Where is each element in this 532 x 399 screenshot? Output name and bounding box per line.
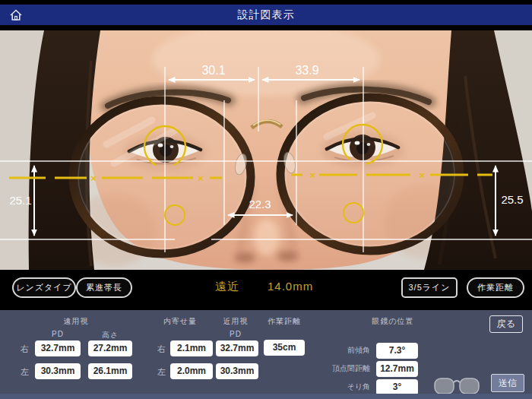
fitting-photo: 30.1 33.9 22.3 25.1 25.5 × × × × — [0, 30, 532, 270]
pd-header: PD — [35, 330, 81, 338]
corridor-length-value: 14.0mm — [268, 280, 313, 293]
bottom-strip — [0, 394, 532, 399]
lens-type-button[interactable]: レンズタイプ — [12, 277, 76, 298]
far-pd-right-value[interactable]: 32.7mm — [35, 340, 81, 356]
glasses-position-header: 眼鏡の位置 — [366, 316, 420, 327]
nose-shadow — [234, 252, 255, 263]
cross-mark: × — [309, 169, 315, 181]
measure-side-right: 25.5 — [501, 193, 523, 206]
work-distance-value[interactable]: 35cm — [264, 340, 305, 356]
measure-bridge: 22.3 — [249, 198, 271, 211]
cross-mark: × — [419, 169, 425, 181]
wrap-angle-value[interactable]: 3° — [376, 379, 418, 395]
work-distance-button[interactable]: 作業距離 — [467, 277, 524, 298]
vertex-distance-label: 頂点間距離 — [315, 363, 370, 374]
controls-row: レンズタイプ 累進帯長 遠近 14.0mm 3/5ライン 作業距離 — [0, 270, 532, 310]
near-vision-header: 近用視 — [214, 316, 257, 327]
send-button[interactable]: 送信 — [491, 374, 524, 392]
work-distance-header: 作業距離 — [261, 316, 307, 327]
left-row-label: 左 — [21, 366, 29, 378]
near-pd-header: PD — [214, 330, 257, 338]
wrap-angle-label: そり角 — [323, 382, 370, 392]
far-height-right-value[interactable]: 27.2mm — [88, 340, 132, 356]
height-header: 高さ — [88, 330, 132, 340]
title-bar: 設計図表示 — [0, 5, 532, 25]
pantoscopic-label: 前傾角 — [323, 345, 370, 356]
near-pd-right-value[interactable]: 32.7mm — [216, 340, 258, 356]
corridor-length-button[interactable]: 累進帯長 — [76, 277, 132, 298]
measurement-panel: 遠用視 PD 高さ 内寄せ量 近用視 PD 作業距離 眼鏡の位置 戻る 右 32… — [0, 310, 532, 394]
back-button[interactable]: 戻る — [489, 315, 523, 333]
inset-right-value[interactable]: 2.1mm — [170, 340, 213, 356]
face-measurement-image: 30.1 33.9 22.3 25.1 25.5 × × × × — [0, 30, 532, 270]
lines-toggle-button[interactable]: 3/5ライン — [401, 277, 458, 298]
inset-header: 内寄せ量 — [154, 316, 206, 327]
far-pd-left-value[interactable]: 30.3mm — [35, 363, 81, 379]
app-window: 設計図表示 — [0, 0, 532, 399]
near-pd-left-value[interactable]: 30.3mm — [216, 363, 258, 379]
measure-top-left: 30.1 — [201, 64, 225, 77]
page-title: 設計図表示 — [0, 8, 532, 22]
far-height-left-value[interactable]: 26.1mm — [88, 363, 132, 379]
pantoscopic-value[interactable]: 7.3° — [376, 343, 418, 359]
inset-left-value[interactable]: 2.0mm — [170, 363, 213, 379]
cross-mark: × — [90, 173, 97, 184]
inset-left-row-label: 左 — [157, 366, 166, 378]
right-row-label: 右 — [21, 344, 29, 355]
measure-top-right: 33.9 — [295, 64, 318, 77]
measure-side-left: 25.1 — [9, 194, 31, 207]
far-vision-header: 遠用視 — [46, 316, 106, 327]
lens-mode-label: 遠近 — [215, 280, 239, 294]
inset-right-row-label: 右 — [157, 344, 166, 355]
cross-mark: × — [198, 173, 204, 184]
vertex-distance-value[interactable]: 12.7mm — [376, 361, 418, 377]
